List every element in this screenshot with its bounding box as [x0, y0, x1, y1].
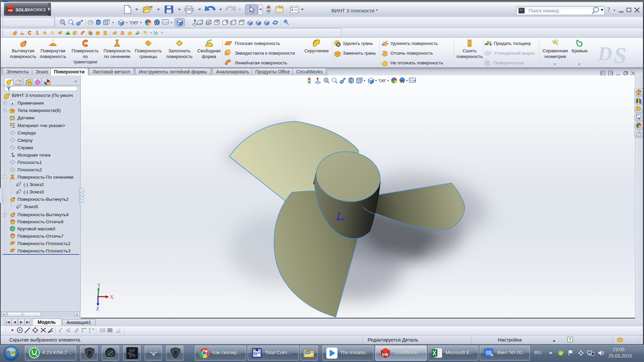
svg-text:S: S — [614, 43, 627, 66]
svg-text:X: X — [110, 295, 113, 300]
svg-text:SW: SW — [382, 352, 388, 357]
svg-text:Z: Z — [96, 306, 99, 311]
svg-text:A: A — [11, 102, 14, 106]
svg-text:Y: Y — [97, 283, 101, 288]
svg-text:SW: SW — [8, 9, 13, 12]
svg-text:D: D — [598, 43, 612, 65]
